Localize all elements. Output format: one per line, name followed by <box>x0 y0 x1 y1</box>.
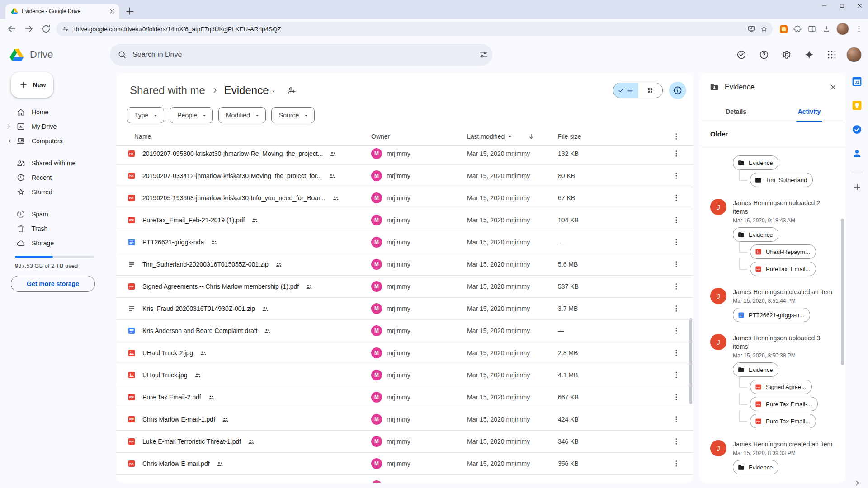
item-chip[interactable]: Evidence <box>733 155 778 170</box>
address-bar[interactable]: drive.google.com/drive/u/0/folders/14mXf… <box>56 22 773 36</box>
filter-chip-type[interactable]: Type <box>127 107 164 123</box>
calendar-icon[interactable]: 31 <box>851 76 863 87</box>
browser-profile-avatar[interactable] <box>836 23 849 35</box>
sidebar-item-trash[interactable]: Trash <box>0 221 116 236</box>
help-icon[interactable] <box>756 47 772 63</box>
back-button[interactable] <box>5 22 19 36</box>
filter-chip-modified[interactable]: Modified <box>218 107 266 123</box>
table-row[interactable]: PDFChris Marlow E-mail-1.pdfMmrjimmyMar … <box>116 408 693 431</box>
list-view-button[interactable] <box>613 83 638 98</box>
downloads-icon[interactable] <box>822 24 831 33</box>
item-chip[interactable]: Evidence <box>733 460 778 474</box>
hide-side-panel-icon[interactable] <box>853 479 861 487</box>
row-more-actions-icon[interactable] <box>672 260 681 269</box>
sidebar-item-computers[interactable]: Computers <box>0 134 116 148</box>
search-options-icon[interactable] <box>479 50 489 60</box>
forward-button[interactable] <box>22 22 36 36</box>
item-chip[interactable]: Evidence <box>733 362 778 377</box>
reload-button[interactable] <box>39 22 53 36</box>
header-more-icon[interactable] <box>672 132 681 141</box>
tab-activity[interactable]: Activity <box>773 101 846 122</box>
row-more-actions-icon[interactable] <box>672 415 681 424</box>
row-more-actions-icon[interactable] <box>672 481 681 483</box>
new-tab-button[interactable] <box>124 5 136 17</box>
table-row[interactable]: UHaul Truck.jpgMmrjimmyMar 15, 2020 mrji… <box>116 364 693 386</box>
extension-icon[interactable] <box>780 25 788 33</box>
row-more-actions-icon[interactable] <box>672 171 681 180</box>
breadcrumb-current-folder[interactable]: Evidence <box>222 83 280 98</box>
row-more-actions-icon[interactable] <box>672 216 681 225</box>
close-window-button[interactable] <box>856 2 863 9</box>
add-apps-icon[interactable] <box>852 182 862 192</box>
item-chip[interactable]: Evidence <box>733 227 778 242</box>
panel-close-icon[interactable] <box>829 83 838 92</box>
filter-chip-source[interactable]: Source <box>271 107 315 123</box>
table-row[interactable]: PDF20190205-193608-jhmarlow-kriskat30-In… <box>116 187 693 209</box>
table-row[interactable]: Tim_Sutherland-20200316T015055Z-001.zipM… <box>116 253 693 276</box>
bookmark-star-icon[interactable] <box>760 25 768 33</box>
sidebar-item-my-drive[interactable]: My Drive <box>0 119 116 134</box>
install-app-icon[interactable] <box>747 25 755 33</box>
side-panel-icon[interactable] <box>807 24 816 33</box>
tab-details[interactable]: Details <box>699 101 773 122</box>
get-more-storage-button[interactable]: Get more storage <box>11 276 95 292</box>
google-apps-grid-icon[interactable] <box>824 47 840 63</box>
table-row[interactable]: PDF20190207-095300-kriskat30-jhmarlow-Re… <box>116 143 693 165</box>
table-row[interactable]: UHaul Truck-2.jpgMmrjimmyMar 15, 2020 mr… <box>116 342 693 364</box>
grid-view-button[interactable] <box>638 83 663 98</box>
tasks-icon[interactable] <box>851 124 863 135</box>
new-button[interactable]: New <box>11 72 53 98</box>
search-input[interactable]: Search in Drive <box>132 51 473 59</box>
row-more-actions-icon[interactable] <box>672 459 681 468</box>
row-more-actions-icon[interactable] <box>672 371 681 380</box>
sidebar-item-home[interactable]: Home <box>0 105 116 119</box>
item-chip[interactable]: Uhaul-Repaym... <box>750 244 816 259</box>
sidebar-item-starred[interactable]: Starred <box>0 185 116 199</box>
sort-direction-icon[interactable] <box>527 132 535 141</box>
row-more-actions-icon[interactable] <box>672 193 681 202</box>
site-info-icon[interactable] <box>61 25 70 33</box>
column-name[interactable]: Name <box>123 133 371 140</box>
browser-tab[interactable]: Evidence - Google Drive <box>5 4 119 19</box>
column-owner[interactable]: Owner <box>371 133 467 140</box>
item-chip[interactable]: Tim_Sutherland <box>750 173 813 187</box>
expand-chevron-icon[interactable] <box>7 124 12 129</box>
tab-close-icon[interactable] <box>108 8 116 15</box>
gemini-spark-icon[interactable] <box>801 47 817 63</box>
sidebar-item-spam[interactable]: Spam <box>0 207 116 221</box>
table-row[interactable]: PDFPure Tax Email.pdfMmrjimmyMar 15, 202… <box>116 475 693 483</box>
row-more-actions-icon[interactable] <box>672 437 681 446</box>
extensions-puzzle-icon[interactable] <box>793 24 802 33</box>
column-file-size[interactable]: File size <box>558 133 666 140</box>
row-more-actions-icon[interactable] <box>672 348 681 357</box>
filter-chip-people[interactable]: People <box>170 107 213 123</box>
drive-logo[interactable]: Drive <box>8 47 110 62</box>
table-row[interactable]: PDFPureTax_Email_Feb-21-2019 (1).pdfMmrj… <box>116 209 693 231</box>
expand-chevron-icon[interactable] <box>7 138 12 144</box>
item-chip[interactable]: PTT26621-griggs-n... <box>733 308 810 322</box>
table-row[interactable]: Kris_Fraud-20200316T014930Z-001.zipMmrji… <box>116 298 693 320</box>
table-row[interactable]: Kris Anderson and Board Complaint draftM… <box>116 320 693 342</box>
search-bar[interactable]: Search in Drive <box>110 44 492 66</box>
sidebar-item-recent[interactable]: Recent <box>0 170 116 185</box>
row-more-actions-icon[interactable] <box>672 238 681 247</box>
row-more-actions-icon[interactable] <box>672 149 681 158</box>
maximize-button[interactable] <box>838 2 846 9</box>
sidebar-item-shared-with-me[interactable]: Shared with me <box>0 156 116 170</box>
item-chip[interactable]: PDFPure Tax Email-... <box>750 397 818 411</box>
table-row[interactable]: PDFLuke E-mail Terroristic Threat-1.pdfM… <box>116 431 693 453</box>
sidebar-item-storage[interactable]: Storage <box>0 236 116 250</box>
table-row[interactable]: PDFPure Tax Email-2.pdfMmrjimmyMar 15, 2… <box>116 386 693 408</box>
minimize-button[interactable] <box>821 2 828 9</box>
column-last-modified[interactable]: Last modified <box>467 132 558 141</box>
offline-status-icon[interactable] <box>733 47 750 63</box>
table-row[interactable]: PTT26621-griggs-ndaMmrjimmyMar 15, 2020 … <box>116 231 693 253</box>
account-avatar[interactable] <box>846 47 862 62</box>
settings-gear-icon[interactable] <box>778 47 795 63</box>
item-chip[interactable]: PDFSigned Agree... <box>750 380 812 394</box>
details-info-button[interactable] <box>669 82 686 99</box>
panel-scrollbar[interactable] <box>841 219 844 365</box>
search-icon[interactable] <box>117 50 127 60</box>
table-row[interactable]: PDFSigned Agreements -- Chris Marlow mem… <box>116 276 693 298</box>
browser-menu-icon[interactable] <box>854 24 863 33</box>
